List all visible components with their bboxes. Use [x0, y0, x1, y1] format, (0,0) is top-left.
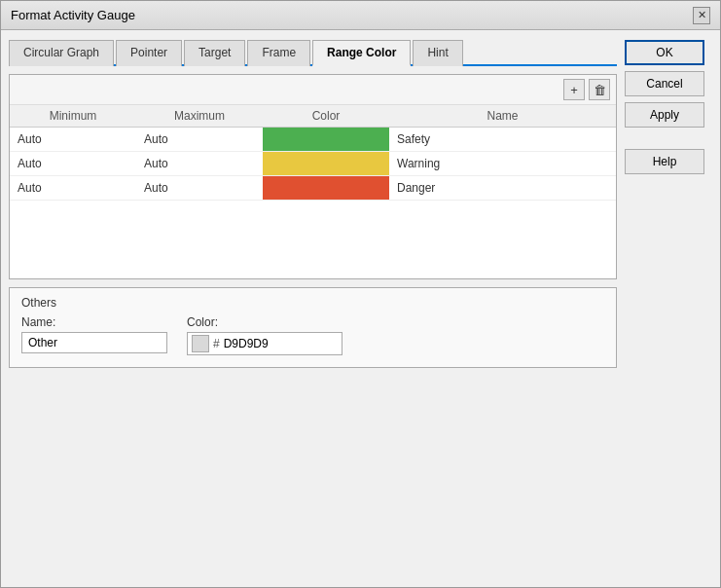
cell-minimum: Auto: [10, 152, 136, 176]
cell-name: Safety: [389, 128, 616, 152]
col-header-minimum: Minimum: [10, 105, 136, 128]
title-bar: Format Activity Gauge ✕: [1, 1, 720, 30]
cell-name: Warning: [389, 152, 616, 176]
cell-maximum: Auto: [136, 128, 263, 152]
delete-row-button[interactable]: 🗑: [589, 79, 610, 100]
color-input-row: #: [187, 332, 342, 355]
others-fields: Name: Color: #: [21, 315, 604, 355]
table-row[interactable]: AutoAutoWarning: [10, 152, 616, 176]
right-panel: OK Cancel Apply Help: [625, 38, 712, 579]
name-field-group: Name:: [21, 315, 167, 353]
others-section: Others Name: Color: #: [9, 287, 617, 368]
close-button[interactable]: ✕: [693, 7, 710, 24]
col-header-name: Name: [389, 105, 616, 128]
hex-color-input[interactable]: [224, 337, 302, 350]
tab-hint[interactable]: Hint: [413, 40, 462, 66]
color-field-group: Color: #: [187, 315, 342, 355]
main-content: Circular Graph Pointer Target Frame Rang…: [1, 30, 720, 587]
window-title: Format Activity Gauge: [11, 8, 135, 22]
color-label: Color:: [187, 315, 342, 329]
tab-range-color[interactable]: Range Color: [312, 40, 411, 66]
cell-minimum: Auto: [10, 128, 136, 152]
others-title: Others: [21, 296, 604, 310]
range-color-table-section: + 🗑 Minimum Maximum Color Name AutoAutoS…: [9, 74, 617, 279]
table-body: AutoAutoSafetyAutoAutoWarningAutoAutoDan…: [10, 128, 616, 201]
left-panel: Circular Graph Pointer Target Frame Rang…: [9, 38, 617, 579]
col-header-maximum: Maximum: [136, 105, 263, 128]
main-window: Format Activity Gauge ✕ Circular Graph P…: [0, 0, 721, 588]
cell-color[interactable]: [263, 128, 389, 152]
name-input[interactable]: [21, 332, 167, 353]
tab-target[interactable]: Target: [184, 40, 245, 66]
cancel-button[interactable]: Cancel: [625, 71, 704, 96]
cell-minimum: Auto: [10, 176, 136, 201]
cell-maximum: Auto: [136, 176, 263, 201]
hash-sign: #: [213, 337, 220, 350]
tab-circular-graph[interactable]: Circular Graph: [9, 40, 114, 66]
add-row-button[interactable]: +: [563, 79, 585, 100]
name-label: Name:: [21, 315, 167, 329]
cell-name: Danger: [389, 176, 616, 201]
ok-button[interactable]: OK: [625, 40, 704, 65]
col-header-color: Color: [263, 105, 389, 128]
table-header-row: Minimum Maximum Color Name: [10, 105, 616, 128]
color-preview-swatch[interactable]: [192, 335, 209, 352]
table-row[interactable]: AutoAutoSafety: [10, 128, 616, 152]
cell-color[interactable]: [263, 152, 389, 176]
tab-frame[interactable]: Frame: [247, 40, 310, 66]
cell-maximum: Auto: [136, 152, 263, 176]
apply-button[interactable]: Apply: [625, 102, 704, 128]
tab-bar: Circular Graph Pointer Target Frame Rang…: [9, 38, 617, 66]
table-row[interactable]: AutoAutoDanger: [10, 176, 616, 201]
range-color-table: Minimum Maximum Color Name AutoAutoSafet…: [10, 105, 616, 201]
tab-pointer[interactable]: Pointer: [116, 40, 182, 66]
bottom-area: [9, 376, 617, 579]
help-button[interactable]: Help: [625, 149, 704, 174]
cell-color[interactable]: [263, 176, 389, 201]
table-toolbar: + 🗑: [10, 75, 616, 105]
